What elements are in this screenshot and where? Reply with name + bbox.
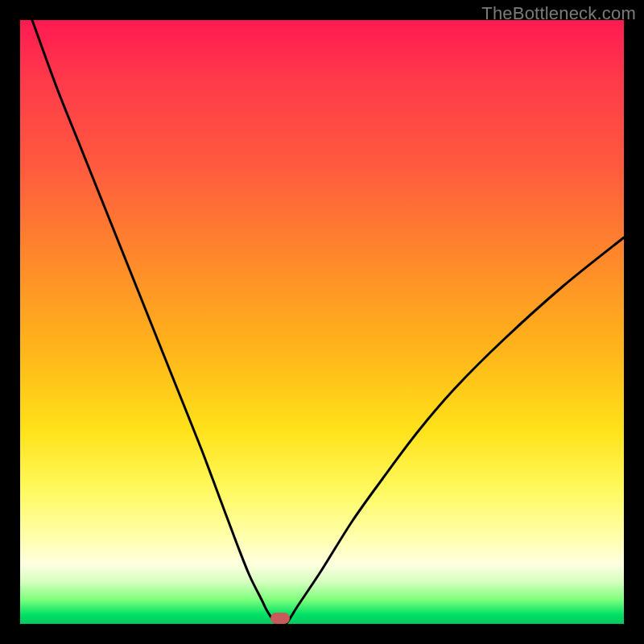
watermark-label: TheBottleneck.com	[481, 3, 636, 24]
chart-frame: TheBottleneck.com	[0, 0, 644, 644]
bottleneck-curve	[20, 20, 624, 624]
plot-area	[20, 20, 624, 624]
optimal-point-marker	[270, 613, 290, 624]
